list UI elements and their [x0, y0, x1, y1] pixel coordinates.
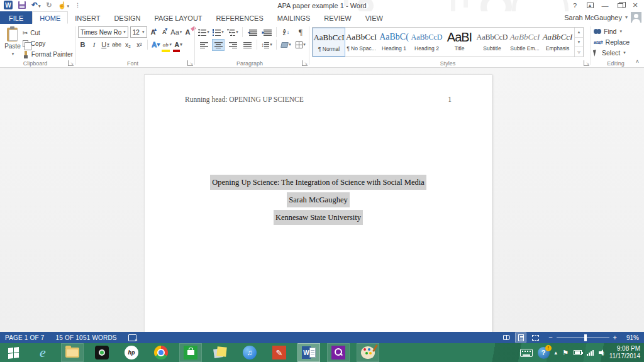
battery-icon[interactable]	[574, 350, 582, 355]
web-layout-button[interactable]	[530, 333, 540, 342]
tab-design[interactable]: DESIGN	[107, 11, 147, 24]
scroll-up-icon[interactable]: ▲	[575, 28, 583, 38]
style-no-spacing[interactable]: AaBbCcI ¶ No Spac...	[345, 28, 378, 57]
decrease-indent-button[interactable]: ◂	[246, 26, 258, 38]
print-layout-button[interactable]	[516, 333, 526, 342]
selected-text-line[interactable]: Sarah McGaughey	[287, 192, 349, 207]
cut-button[interactable]: ✂ Cut	[23, 28, 73, 38]
taskbar-clock[interactable]: 9:08 PM 11/17/2014	[609, 345, 640, 360]
underline-button[interactable]: U▾	[101, 39, 110, 50]
text-effects-button[interactable]: A▾	[151, 39, 160, 50]
paint-button[interactable]	[357, 344, 379, 361]
tab-file[interactable]: FILE	[0, 11, 32, 24]
sort-button[interactable]: AZ ↓	[280, 26, 292, 38]
find-button[interactable]: Find ▾	[594, 26, 638, 36]
gallery-more-icon[interactable]: ▽	[575, 47, 583, 57]
shading-button[interactable]: ▾	[280, 39, 292, 51]
change-case-button[interactable]: Aa▾	[172, 26, 181, 38]
volume-button[interactable]: )	[599, 349, 604, 356]
clear-formatting-button[interactable]: A	[183, 26, 192, 38]
avatar[interactable]	[631, 12, 641, 23]
style-subtle-emphasis[interactable]: AaBbCcI Subtle Em...	[509, 28, 541, 57]
touch-mode-icon[interactable]: ☝▾	[58, 1, 69, 9]
replace-button[interactable]: ab⇄ Replace	[594, 37, 638, 47]
itunes-button[interactable]: ♫	[239, 344, 260, 361]
tab-page-layout[interactable]: PAGE LAYOUT	[148, 11, 209, 24]
zoom-out-button[interactable]: −	[548, 334, 552, 341]
style-title[interactable]: AaBI Title	[443, 28, 476, 57]
align-left-button[interactable]	[197, 39, 210, 51]
justify-button[interactable]	[241, 39, 253, 51]
account-area[interactable]: Sarah McGaughey ▾	[564, 12, 641, 23]
zoom-slider-handle[interactable]	[584, 334, 587, 341]
help-button[interactable]: ?	[567, 0, 582, 11]
action-center-icon[interactable]: ?	[538, 347, 550, 359]
styles-dialog-launcher-icon[interactable]	[584, 60, 589, 66]
style-subtitle[interactable]: AaBbCcD Subtitle	[476, 28, 509, 57]
format-painter-button[interactable]: Format Painter	[23, 50, 73, 59]
start-button[interactable]	[3, 344, 24, 361]
customize-quick-access-icon[interactable]: ⋮	[75, 2, 80, 8]
italic-button[interactable]: I	[89, 39, 99, 50]
flag-notification-icon[interactable]: ⚑	[562, 349, 569, 357]
page-indicator[interactable]: PAGE 1 OF 7	[5, 334, 45, 341]
chrome-button[interactable]	[150, 344, 172, 361]
zoom-percentage[interactable]: 91%	[621, 334, 639, 341]
file-explorer-button[interactable]	[62, 344, 83, 361]
selected-text-line[interactable]: Opening Up Science: The Integration of S…	[210, 175, 426, 190]
style-heading-1[interactable]: AaBbC( Heading 1	[378, 28, 411, 57]
tab-home[interactable]: HOME	[32, 11, 68, 24]
font-name-combobox[interactable]: Times New Ro ▾	[78, 26, 128, 38]
select-button[interactable]: Select ▾	[594, 48, 638, 58]
increase-indent-button[interactable]: ▸	[260, 26, 273, 38]
show-hide-marks-button[interactable]: ¶	[294, 26, 307, 38]
text-highlight-button[interactable]: ab▾	[162, 39, 172, 50]
font-color-button[interactable]: A▾	[174, 39, 183, 50]
internet-explorer-button[interactable]: e	[32, 344, 53, 361]
undo-icon[interactable]: ↶▾	[31, 1, 41, 9]
page-header[interactable]: Running head: OPENING UP SCIENCE 1	[185, 96, 452, 103]
grow-font-button[interactable]: A▴	[149, 26, 158, 38]
borders-button[interactable]: ▾	[294, 39, 307, 51]
subscript-button[interactable]: x₂	[123, 39, 133, 50]
word-count[interactable]: 15 OF 1051 WORDS	[56, 334, 117, 341]
tab-references[interactable]: REFERENCES	[209, 11, 270, 24]
style-normal[interactable]: AaBbCcI ¶ Normal	[313, 28, 345, 57]
numbering-button[interactable]: ▾	[212, 26, 225, 38]
redo-icon[interactable]: ↻	[47, 1, 52, 9]
zoom-in-button[interactable]: +	[613, 334, 617, 341]
read-mode-button[interactable]	[501, 333, 511, 342]
align-center-button[interactable]	[212, 39, 225, 51]
document-page[interactable]: Running head: OPENING UP SCIENCE 1 Openi…	[144, 74, 492, 332]
clipboard-dialog-launcher-icon[interactable]	[68, 60, 74, 66]
align-right-button[interactable]	[226, 39, 239, 51]
tab-view[interactable]: VIEW	[358, 11, 390, 24]
sticky-notes-button[interactable]	[209, 344, 231, 361]
minimize-button[interactable]: ―	[597, 0, 613, 11]
style-emphasis[interactable]: AaBbCcI Emphasis	[541, 28, 574, 57]
style-heading-2[interactable]: AaBbCcD Heading 2	[411, 28, 443, 57]
selected-text-line[interactable]: Kennesaw State University	[274, 210, 363, 225]
hp-support-button[interactable]: hp	[121, 344, 142, 361]
title-block[interactable]: Opening Up Science: The Integration of S…	[145, 174, 492, 227]
copy-button[interactable]: Copy	[23, 39, 73, 48]
multilevel-list-button[interactable]: ▾	[226, 26, 239, 38]
show-hidden-icons-chevron[interactable]: ▴	[555, 349, 558, 356]
ribbon-display-options-button[interactable]: ▲	[582, 0, 597, 11]
line-spacing-button[interactable]: ↕▾	[260, 39, 273, 51]
proofing-status-icon[interactable]	[128, 334, 136, 341]
font-size-combobox[interactable]: 12 ▾	[130, 26, 147, 38]
restore-button[interactable]	[613, 0, 628, 11]
pen-app-button[interactable]: ✎	[269, 344, 290, 361]
scroll-down-icon[interactable]: ▼	[575, 38, 583, 48]
tab-insert[interactable]: INSERT	[68, 11, 107, 24]
search-app-button[interactable]	[328, 344, 349, 361]
touch-keyboard-icon[interactable]	[520, 349, 533, 357]
windows-store-button[interactable]	[180, 344, 201, 361]
tab-review[interactable]: REVIEW	[317, 11, 358, 24]
paste-button[interactable]: Paste ▾	[3, 26, 23, 59]
paragraph-dialog-launcher-icon[interactable]	[302, 60, 308, 66]
save-icon[interactable]	[18, 1, 26, 9]
font-dialog-launcher-icon[interactable]	[187, 60, 193, 66]
word-app-icon[interactable]: W	[4, 1, 13, 9]
